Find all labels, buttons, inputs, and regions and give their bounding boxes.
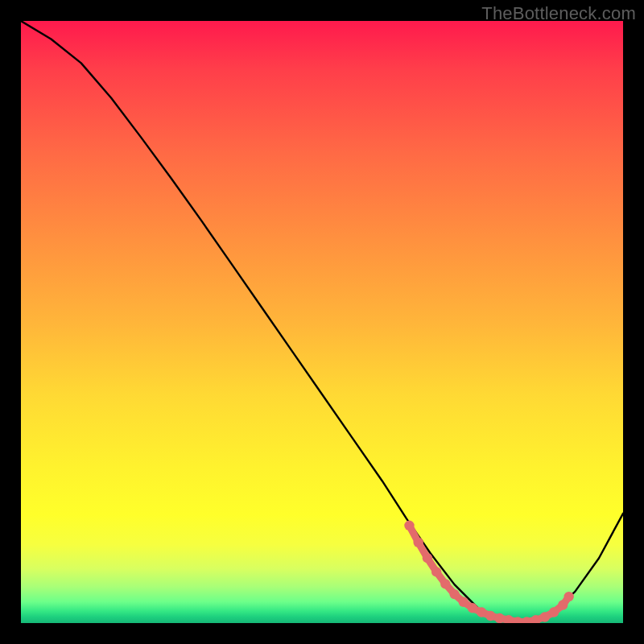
optimal-range-dot: [431, 567, 441, 576]
chart-svg: [21, 21, 623, 623]
optimal-range-dot: [477, 607, 486, 617]
plot-area: [21, 21, 623, 623]
optimal-range-dot: [540, 612, 550, 621]
optimal-range-dot: [413, 538, 423, 547]
optimal-range-dot: [564, 592, 573, 601]
optimal-range-dot: [423, 553, 432, 563]
chart-frame: [21, 21, 623, 623]
watermark-text: TheBottleneck.com: [481, 3, 636, 24]
optimal-range-dot: [558, 600, 568, 609]
optimal-range-dot: [468, 603, 477, 613]
optimal-range-dot: [485, 611, 495, 621]
curve-layer: [21, 21, 623, 623]
optimal-range-dot: [549, 607, 559, 617]
optimal-range-dot: [459, 597, 469, 607]
bottleneck-curve: [21, 21, 623, 622]
optimal-range-dot: [449, 589, 459, 599]
optimal-range-dot: [404, 521, 414, 530]
optimal-range-dot: [494, 613, 504, 623]
optimal-range-dots: [404, 521, 574, 623]
optimal-range-dot: [440, 579, 450, 588]
